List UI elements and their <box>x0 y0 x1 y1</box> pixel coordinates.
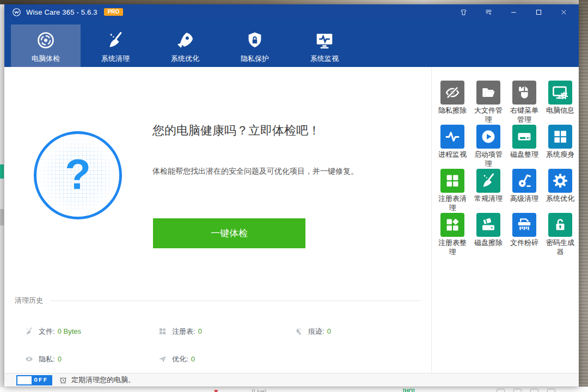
tool-system-slimming[interactable]: 系统瘦身 <box>542 125 578 169</box>
close-button[interactable] <box>556 4 571 20</box>
alarm-clock-icon <box>59 376 68 384</box>
tool-common-cleaner[interactable]: 常规清理 <box>470 169 506 213</box>
player-button-icon <box>530 389 538 392</box>
player-button-icon <box>497 389 505 392</box>
tool-file-shredder[interactable]: 文件粉碎 <box>506 213 542 257</box>
desktop: ♥ (Live) [HQ] Wise Care 365 - 5.6.3 PRO <box>0 0 588 392</box>
tool-computer-info[interactable]: 电脑信息 <box>542 81 578 125</box>
window-title: Wise Care 365 - 5.6.3 <box>26 8 97 16</box>
tab-pc-checkup[interactable]: 电脑体检 <box>11 24 81 67</box>
pro-badge: PRO <box>104 8 124 16</box>
question-mark: ? <box>65 153 91 195</box>
tab-privacy-protector[interactable]: 隐私保护 <box>220 24 290 67</box>
tool-system-tuneup-tool[interactable]: 系统优化 <box>542 169 578 213</box>
tool-privacy-eraser[interactable]: 隐私擦除 <box>434 81 470 125</box>
stat-optimization: 优化:0 <box>158 345 294 373</box>
big-file-manager-icon <box>476 81 500 105</box>
tool-process-monitor[interactable]: 进程监视 <box>434 125 470 169</box>
shirt-icon <box>460 8 468 16</box>
tool-registry-defrag[interactable]: 注册表整理 <box>434 213 470 257</box>
tool-disk-eraser[interactable]: 磁盘擦除 <box>470 213 506 257</box>
tools-sidebar: 隐私擦除大文件管理右键菜单管理电脑信息进程监视启动项管理磁盘整理系统瘦身注册表清… <box>432 67 579 373</box>
heart-icon: ♥ <box>214 388 218 392</box>
computer-info-icon <box>548 81 572 105</box>
system-monitor-icon <box>315 30 334 50</box>
player-button-icon <box>547 389 555 392</box>
privacy-protector-icon <box>245 30 265 50</box>
player-quality-badge: [HQ] <box>403 388 415 392</box>
tool-big-file-manager[interactable]: 大文件管理 <box>470 81 506 125</box>
maximize-icon <box>535 8 543 16</box>
background-music-player-strip: ♥ (Live) [HQ] <box>0 387 588 392</box>
statusbar-text: 定期清理您的电脑。 <box>71 375 135 385</box>
paper-plane-icon <box>158 354 167 364</box>
pc-checkup-icon <box>36 30 56 50</box>
tool-password-generator[interactable]: 密码生成器 <box>542 213 578 257</box>
advanced-cleaner-icon <box>512 169 536 193</box>
broom-small-icon <box>24 327 34 336</box>
checkup-panel: ? 您的电脑健康吗？立即体检吧！ 体检能帮您找出潜在的安全问题及可优化项目，并一… <box>4 67 431 373</box>
system-tuneup-icon <box>175 30 195 50</box>
tool-advanced-cleaner[interactable]: 高级清理 <box>506 169 542 213</box>
history-section-title: 清理历史 <box>15 296 43 305</box>
common-cleaner-icon <box>476 169 500 193</box>
toggle-knob <box>17 376 32 384</box>
registry-defrag-icon <box>440 213 464 237</box>
theme-button[interactable] <box>456 4 471 20</box>
stat-registry: 注册表:0 <box>158 317 294 345</box>
startup-manager-icon <box>476 125 500 149</box>
divider-line <box>51 301 420 301</box>
tool-startup-manager[interactable]: 启动项管理 <box>470 125 506 169</box>
minimize-icon <box>510 8 518 16</box>
stat-files: 文件:0 Bytes <box>24 317 158 345</box>
background-window-gray-fragment <box>0 209 4 225</box>
desktop-background-top <box>0 0 588 4</box>
player-button-icon <box>513 389 522 392</box>
disk-eraser-icon <box>476 213 500 237</box>
system-cleaner-icon <box>106 30 125 50</box>
stat-privacy: 隐私:0 <box>24 345 158 373</box>
privacy-eraser-icon <box>440 81 464 105</box>
menu-button[interactable] <box>481 4 496 20</box>
minimize-button[interactable] <box>506 4 521 20</box>
background-window-teal-fragment <box>0 164 4 179</box>
main-content: ? 您的电脑健康吗？立即体检吧！ 体检能帮您找出潜在的安全问题及可优化项目，并一… <box>4 67 579 373</box>
stat-traces: 痕迹:0 <box>294 317 424 345</box>
footprint-icon <box>294 327 303 336</box>
maximize-button[interactable] <box>531 4 546 20</box>
system-slimming-icon <box>548 125 572 149</box>
checkup-subtitle: 体检能帮您找出潜在的安全问题及可优化项目，并一键修复。 <box>152 167 358 176</box>
scheduled-clean-toggle[interactable]: OFF <box>16 375 52 385</box>
menu-list-icon <box>485 8 493 16</box>
checkup-heading: 您的电脑健康吗？立即体检吧！ <box>152 122 320 139</box>
history-stats: 文件:0 Bytes注册表:0痕迹:0隐私:0优化:0 <box>4 317 424 373</box>
process-monitor-icon <box>440 125 464 149</box>
statusbar: OFF 定期清理您的电脑。 <box>4 373 579 387</box>
tool-disk-defrag[interactable]: 磁盘整理 <box>506 125 542 169</box>
password-generator-icon <box>548 213 572 237</box>
player-track-text: (Live) <box>252 388 267 392</box>
background-window-edge <box>0 4 4 387</box>
tool-registry-cleaner[interactable]: 注册表清理 <box>434 169 470 213</box>
file-shredder-icon <box>512 213 536 237</box>
main-navigation: 电脑体检系统清理系统优化隐私保护系统监视 <box>4 20 579 67</box>
titlebar: Wise Care 365 - 5.6.3 PRO <box>4 4 579 20</box>
registry-small-icon <box>158 327 167 336</box>
tool-context-menu-manager[interactable]: 右键菜单管理 <box>506 81 542 125</box>
context-menu-manager-icon <box>512 81 536 105</box>
registry-cleaner-icon <box>440 169 464 193</box>
eye-icon <box>24 354 34 364</box>
tab-system-monitor[interactable]: 系统监视 <box>290 24 359 67</box>
toggle-state-label: OFF <box>34 377 48 383</box>
wise-care-logo-icon <box>12 8 21 17</box>
wise-care-window: Wise Care 365 - 5.6.3 PRO 电脑体检系统清理系统优化隐私… <box>4 4 579 387</box>
one-click-checkup-button[interactable]: 一键体检 <box>153 218 305 248</box>
tab-system-tuneup[interactable]: 系统优化 <box>150 24 220 67</box>
close-icon <box>560 8 568 16</box>
desktop-background-right <box>579 0 588 392</box>
history-section-header: 清理历史 <box>15 296 420 305</box>
tab-system-cleaner[interactable]: 系统清理 <box>81 24 150 67</box>
system-tuneup-tool-icon <box>548 169 572 193</box>
health-status-circle: ? <box>34 131 122 219</box>
disk-defrag-icon <box>512 125 536 149</box>
